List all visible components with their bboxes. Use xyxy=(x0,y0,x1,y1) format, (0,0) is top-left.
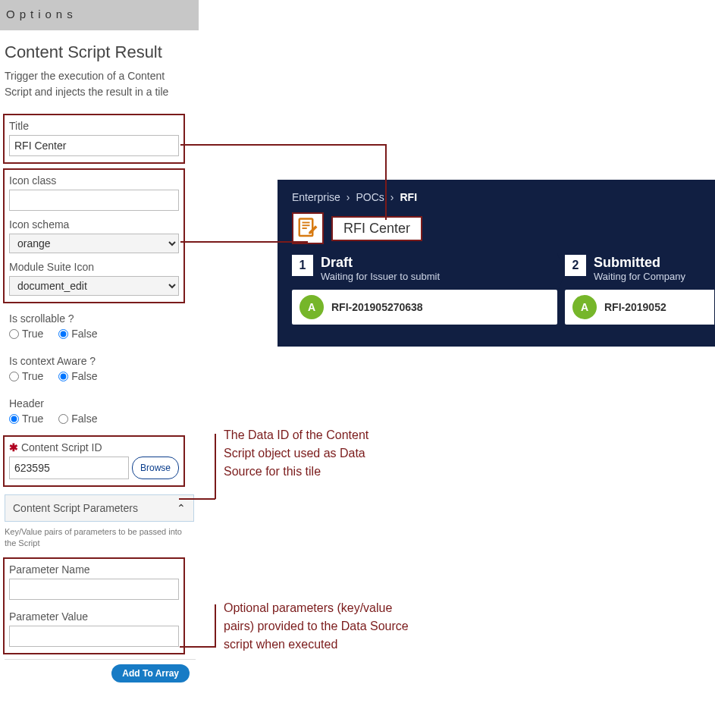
breadcrumb-item[interactable]: POCs xyxy=(356,191,384,203)
breadcrumb: Enterprise › POCs › RFI xyxy=(292,191,701,203)
params-group: Parameter Name Parameter Value xyxy=(3,557,185,654)
breadcrumb-item-active[interactable]: RFI xyxy=(400,191,418,203)
header-true-radio[interactable] xyxy=(9,414,19,424)
chevron-up-icon: ⌃ xyxy=(177,502,186,514)
params-hint: Key/Value pairs of parameters to be pass… xyxy=(5,526,194,550)
true-label: True xyxy=(22,370,43,382)
header-true[interactable]: True xyxy=(9,413,43,425)
context-true-radio[interactable] xyxy=(9,372,19,381)
header-label: Header xyxy=(9,397,190,410)
iconclass-input[interactable] xyxy=(9,190,179,211)
csid-label: ✱ Content Script ID xyxy=(9,441,179,453)
connector-line xyxy=(179,498,215,500)
context-true[interactable]: True xyxy=(9,370,43,382)
preview-panel: Enterprise › POCs › RFI RFI Center xyxy=(278,180,715,347)
stage-subtitle: Waiting for Issuer to submit xyxy=(321,271,440,282)
chevron-right-icon: › xyxy=(347,191,350,203)
document-edit-icon xyxy=(296,217,319,240)
params-accordion[interactable]: Content Script Parameters ⌃ xyxy=(5,494,194,522)
moduleicon-select[interactable]: document_edit xyxy=(9,276,179,296)
pname-label: Parameter Name xyxy=(9,563,179,576)
iconclass-label: Icon class xyxy=(9,174,179,187)
pname-input[interactable] xyxy=(9,579,179,600)
chevron-right-icon: › xyxy=(390,191,394,203)
true-label: True xyxy=(22,328,43,340)
connector-line xyxy=(215,434,216,499)
csid-group: ✱ Content Script ID Browse xyxy=(3,435,185,487)
csid-input[interactable] xyxy=(9,457,129,479)
moduleicon-label: Module Suite Icon xyxy=(9,261,179,273)
title-field-group: Title xyxy=(3,114,185,164)
page-title-card: RFI Center xyxy=(331,216,422,241)
header-false[interactable]: False xyxy=(58,413,97,425)
options-panel: Content Script Result Trigger the execut… xyxy=(0,30,199,682)
iconschema-select[interactable]: orange xyxy=(9,234,179,253)
title-label: Title xyxy=(9,120,179,132)
page-icon-card xyxy=(292,212,324,244)
pvalue-input[interactable] xyxy=(9,626,179,647)
connector-line xyxy=(180,144,387,146)
title-input[interactable] xyxy=(9,135,179,156)
stage-title: Draft xyxy=(321,255,440,271)
avatar: A xyxy=(572,295,597,319)
annotation-params: Optional parameters (key/value pairs) pr… xyxy=(224,599,413,654)
pvalue-label: Parameter Value xyxy=(9,610,179,623)
context-group: Is context Aware ? True False xyxy=(5,350,194,388)
stage-title: Submitted xyxy=(594,255,685,271)
options-header: Options xyxy=(0,0,199,30)
scrollable-false-radio[interactable] xyxy=(58,329,68,339)
csid-label-text: Content Script ID xyxy=(21,441,102,453)
annotation-csid: The Data ID of the Content Script object… xyxy=(224,426,398,481)
connector-line xyxy=(215,604,216,648)
context-false-radio[interactable] xyxy=(58,372,68,381)
stage-number: 2 xyxy=(565,255,586,276)
iconschema-label: Icon schema xyxy=(9,218,179,231)
stage-draft: 1 Draft Waiting for Issuer to submit A R… xyxy=(292,253,557,325)
context-false[interactable]: False xyxy=(58,370,97,382)
page-title: RFI Center xyxy=(343,221,410,237)
rfi-id: RFI-201905270638 xyxy=(331,301,423,313)
scrollable-group: Is scrollable ? True False xyxy=(5,308,194,346)
accordion-label: Content Script Parameters xyxy=(13,502,138,514)
false-label: False xyxy=(71,370,97,382)
scrollable-label: Is scrollable ? xyxy=(9,312,190,325)
false-label: False xyxy=(71,328,97,340)
section-title: Content Script Result xyxy=(5,42,194,62)
avatar: A xyxy=(299,295,324,319)
browse-button[interactable]: Browse xyxy=(132,457,179,479)
scrollable-true[interactable]: True xyxy=(9,328,43,340)
workflow-stages: 1 Draft Waiting for Issuer to submit A R… xyxy=(292,253,701,325)
rfi-card[interactable]: A RFI-201905270638 xyxy=(292,290,557,325)
connector-line xyxy=(180,646,215,648)
icon-field-group: Icon class Icon schema orange Module Sui… xyxy=(3,168,185,303)
divider xyxy=(5,659,196,660)
scrollable-true-radio[interactable] xyxy=(9,329,19,339)
stage-number: 1 xyxy=(292,255,313,276)
true-label: True xyxy=(22,413,43,425)
rfi-card[interactable]: A RFI-2019052 xyxy=(565,290,715,325)
add-to-array-button[interactable]: Add To Array xyxy=(111,664,190,682)
connector-line xyxy=(385,144,387,220)
rfi-id: RFI-2019052 xyxy=(604,301,666,313)
header-false-radio[interactable] xyxy=(58,414,68,424)
required-asterisk-icon: ✱ xyxy=(9,441,18,453)
stage-subtitle: Waiting for Company xyxy=(594,271,685,282)
breadcrumb-item[interactable]: Enterprise xyxy=(292,191,340,203)
context-label: Is context Aware ? xyxy=(9,355,190,367)
scrollable-false[interactable]: False xyxy=(58,328,97,340)
header-group: Header True False xyxy=(5,393,194,431)
connector-line xyxy=(180,241,308,243)
false-label: False xyxy=(71,413,97,425)
section-description: Trigger the execution of a Content Scrip… xyxy=(5,68,194,100)
stage-submitted: 2 Submitted Waiting for Company A RFI-20… xyxy=(565,253,715,325)
